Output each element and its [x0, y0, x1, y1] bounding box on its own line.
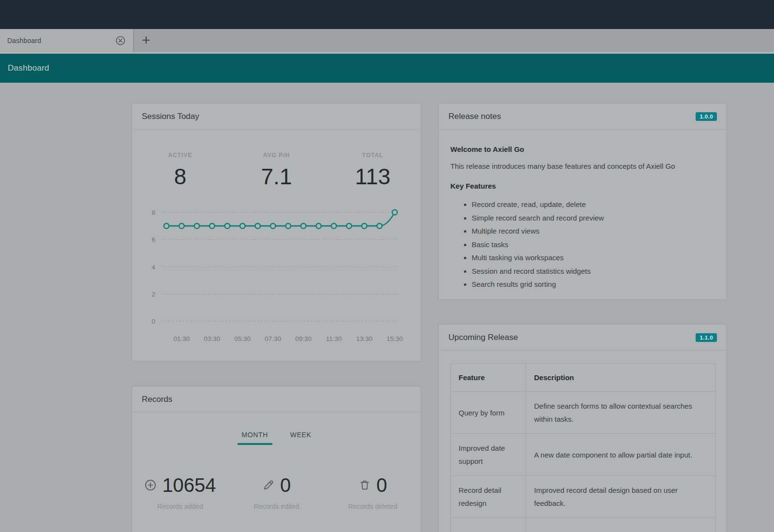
description-cell: Define search forms to allow contextual … [526, 392, 716, 434]
upcoming-release-body: Feature Description Query by formDefine … [439, 351, 727, 532]
records-tab-month[interactable]: MONTH [238, 431, 272, 445]
stat-label: TOTAL [325, 152, 421, 159]
circle-x-icon [115, 35, 126, 46]
version-badge: 1.0.0 [696, 112, 717, 121]
x-axis-tick-label: 13:30 [356, 335, 372, 342]
y-axis-tick-label: 8 [151, 209, 155, 216]
release-notes-card: Release notes 1.0.0 Welcome to Axiell Go… [438, 103, 727, 300]
session-stat-avg-p-h: AVG P/H7.1 [228, 152, 325, 190]
page-header: Dashboard [0, 54, 774, 83]
y-axis-tick-label: 6 [151, 236, 155, 243]
chart-point [377, 223, 382, 228]
record-stat-label: Records added [157, 502, 203, 510]
chart-point [225, 223, 230, 228]
table-header-description: Description [526, 364, 716, 392]
release-notes-body: Welcome to Axiell Go This release introd… [439, 130, 727, 291]
upcoming-release-card: Upcoming Release 1.1.0 Feature Descripti… [438, 324, 727, 532]
record-stat-value: 10654 [162, 474, 216, 496]
record-stat-label: Records deleted [348, 502, 398, 510]
chart-point [301, 223, 306, 228]
key-features-list: Record create, read, update, deleteSimpl… [472, 198, 715, 291]
chart-line [166, 212, 395, 226]
record-stat-value: 0 [280, 474, 291, 496]
x-axis-tick-label: 15:30 [387, 335, 403, 342]
chart-point [240, 223, 245, 228]
sessions-stats-row: ACTIVE8AVG P/H7.1TOTAL113 [132, 152, 421, 190]
upcoming-release-card-header: Upcoming Release 1.1.0 [439, 325, 727, 351]
release-notes-card-header: Release notes 1.0.0 [439, 103, 727, 130]
record-stat-records-added: 10654Records added [132, 473, 228, 510]
key-feature-item: Search results grid sorting [472, 278, 715, 291]
stat-label: ACTIVE [132, 152, 228, 159]
records-stats-row: 10654Records added0Records edited0Record… [132, 473, 421, 510]
sessions-card-header: Sessions Today [132, 103, 421, 130]
x-axis-tick-label: 01:30 [174, 335, 190, 342]
workspace-tab-label: Dashboard [7, 37, 41, 44]
x-axis-tick-label: 11:30 [326, 335, 342, 342]
chart-point [179, 223, 184, 228]
description-cell: A new date component to allow partial da… [526, 434, 716, 476]
chart-point [209, 223, 214, 228]
chart-point [316, 223, 321, 228]
records-tab-week[interactable]: WEEK [286, 431, 316, 445]
version-badge: 1.1.0 [696, 333, 717, 342]
y-axis-tick-label: 0 [151, 318, 155, 325]
stat-value: 8 [132, 163, 228, 190]
sessions-line-chart: 0246801:3003:3005:3007:3009:3011:3013:30… [132, 200, 422, 350]
table-row [451, 518, 716, 532]
records-card-title: Records [142, 395, 172, 404]
y-axis-tick-label: 4 [151, 264, 155, 271]
release-notes-card-title: Release notes [448, 112, 501, 121]
plus-icon: + [142, 33, 150, 47]
close-tab-button[interactable] [115, 35, 126, 46]
feature-cell: Record detail redesign [451, 476, 526, 518]
chart-point [362, 223, 367, 228]
welcome-heading: Welcome to Axiell Go [450, 145, 715, 153]
chart-point [270, 223, 275, 228]
description-cell [526, 518, 716, 532]
table-row: Query by formDefine search forms to allo… [451, 392, 716, 434]
stat-value: 113 [325, 163, 421, 190]
records-card-header: Records [132, 386, 421, 413]
chart-point [346, 223, 351, 228]
trash-icon [358, 479, 371, 491]
records-card: Records MONTHWEEK 10654Records added0Rec… [132, 386, 421, 532]
x-axis-tick-label: 05:30 [234, 335, 251, 342]
workspace-tab-bar: Dashboard + [0, 29, 774, 54]
chart-point [286, 223, 291, 228]
chart-point [392, 210, 397, 215]
workspace-tab-dashboard[interactable]: Dashboard [0, 29, 134, 52]
x-axis-tick-label: 03:30 [204, 335, 221, 342]
table-row: Improved date supportA new date componen… [451, 434, 716, 476]
app-top-bar [0, 0, 774, 29]
key-feature-item: Session and record statistics widgets [472, 265, 715, 278]
record-stat-label: Records edited [253, 502, 299, 510]
pencil-icon [262, 479, 275, 491]
x-axis-tick-label: 09:30 [295, 335, 312, 342]
key-feature-item: Multi tasking via workspaces [472, 251, 715, 265]
x-axis-tick-label: 07:30 [265, 335, 281, 342]
key-feature-item: Basic tasks [472, 238, 715, 251]
record-stat-value: 0 [376, 474, 387, 496]
stat-value: 7.1 [228, 163, 325, 190]
record-stat-records-deleted: 0Records deleted [325, 473, 421, 510]
key-feature-item: Record create, read, update, delete [472, 198, 715, 211]
new-workspace-tab-button[interactable]: + [137, 29, 155, 52]
chart-point [255, 223, 260, 228]
table-row: Record detail redesignImproved record de… [451, 476, 716, 518]
key-features-heading: Key Features [450, 182, 715, 190]
sessions-today-card: Sessions Today ACTIVE8AVG P/H7.1TOTAL113… [132, 103, 421, 361]
circle-plus-icon [144, 479, 157, 491]
stat-label: AVG P/H [228, 152, 325, 159]
feature-cell [451, 518, 526, 532]
sessions-card-title: Sessions Today [142, 112, 199, 121]
chart-point [194, 223, 199, 228]
records-period-tabs: MONTHWEEK [132, 431, 421, 445]
table-header-feature: Feature [451, 364, 526, 392]
session-stat-total: TOTAL113 [325, 152, 421, 190]
release-intro: This release introduces many base featur… [450, 161, 715, 171]
upcoming-features-table: Feature Description Query by formDefine … [450, 363, 716, 532]
session-stat-active: ACTIVE8 [132, 152, 228, 190]
feature-cell: Improved date support [451, 434, 526, 476]
chart-point [164, 223, 169, 228]
